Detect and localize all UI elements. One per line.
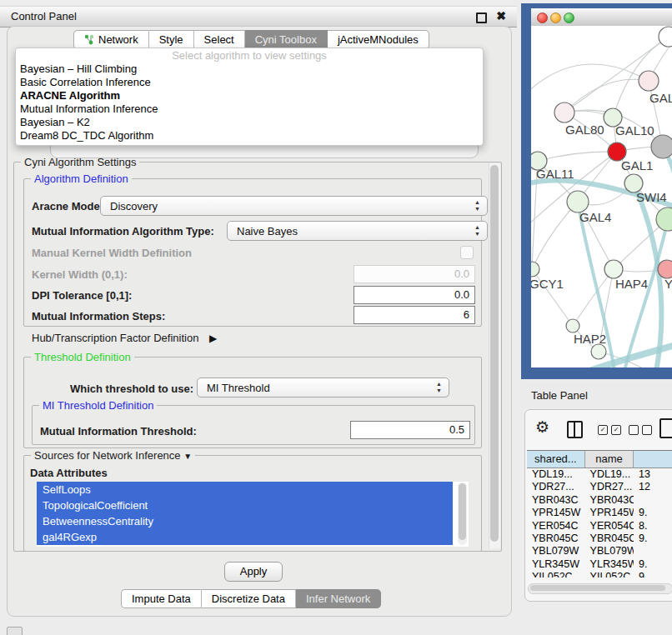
- bottom-tab-impute-data[interactable]: Impute Data: [121, 589, 202, 608]
- attributes-scrollbar[interactable]: [458, 482, 467, 545]
- table-row[interactable]: YBR043CYBR043C: [527, 494, 672, 507]
- mi-type-combo[interactable]: Naive Bayes ▲▼: [227, 221, 488, 241]
- table-row[interactable]: YBR045CYBR045C9.: [527, 532, 672, 545]
- table-hscrollbar-thumb[interactable]: [530, 585, 665, 591]
- stepper-arrows-icon: ▲▼: [436, 381, 442, 394]
- sources-legend[interactable]: Sources for Network Inference ▼: [31, 449, 195, 462]
- network-node-gal80[interactable]: [554, 102, 574, 122]
- control-panel-titlebar: Control Panel ✖: [0, 6, 517, 28]
- manual-kernel-checkbox[interactable]: [460, 246, 474, 259]
- apply-button[interactable]: Apply: [224, 562, 283, 582]
- gear-icon[interactable]: ⚙: [535, 418, 549, 436]
- split-columns-icon[interactable]: [567, 421, 583, 438]
- table-header-row[interactable]: shared...name: [527, 451, 672, 468]
- network-node[interactable]: [591, 344, 606, 359]
- network-window-titlebar[interactable]: [531, 8, 672, 27]
- algorithm-option-list: Bayesian – Hill ClimbingBasic Correlatio…: [16, 62, 483, 142]
- algorithm-option[interactable]: ARACNE Algorithm: [16, 89, 483, 102]
- table-cell: YDR27...: [527, 481, 585, 493]
- triangle-right-icon[interactable]: ▶: [209, 332, 217, 344]
- tab-network[interactable]: Network: [73, 30, 149, 49]
- attributes-scrollbar-thumb[interactable]: [459, 483, 466, 540]
- algorithm-option[interactable]: Mutual Information Inference: [16, 102, 483, 116]
- network-node-gal[interactable]: [639, 71, 659, 91]
- float-window-icon[interactable]: [476, 12, 487, 23]
- algorithm-option[interactable]: Bayesian – K2: [16, 116, 483, 129]
- table-row[interactable]: YDR27...YDR27...12: [527, 481, 672, 493]
- kernel-width-label: Kernel Width (0,1):: [32, 268, 128, 281]
- network-node-y[interactable]: [658, 260, 672, 278]
- network-canvas[interactable]: GALGAL80GAL10GAL1GAL11SWI4GAL4GCY1HAP4YH…: [531, 26, 672, 368]
- column-header[interactable]: shared...: [527, 451, 585, 468]
- table-row[interactable]: YBL079WYBL079W: [527, 545, 672, 558]
- manual-kernel-label: Manual Kernel Width Definition: [32, 247, 192, 259]
- table-cell: 9.: [634, 558, 672, 571]
- table-cell: YER054C: [527, 520, 585, 532]
- table-cell: YDL19...: [585, 468, 634, 481]
- hub-section-label: Hub/Transcription Factor Definition: [32, 332, 198, 344]
- dpi-tolerance-label: DPI Tolerance [0,1]:: [32, 289, 132, 302]
- network-node-hap4[interactable]: [604, 260, 623, 278]
- kernel-width-field[interactable]: 0.0: [354, 265, 475, 283]
- algorithm-option[interactable]: Basic Correlation Inference: [16, 76, 483, 89]
- network-node[interactable]: [651, 135, 672, 158]
- table-row[interactable]: YPR145WYPR145W9.: [527, 507, 672, 519]
- mi-steps-label: Mutual Information Steps:: [32, 310, 165, 322]
- tab-select[interactable]: Select: [194, 30, 245, 49]
- mi-threshold-field[interactable]: 0.5: [350, 421, 470, 439]
- table-cell: YPR145W: [585, 507, 634, 519]
- settings-scrollbar[interactable]: [489, 163, 500, 548]
- table-body[interactable]: YDL19...YDL19...13YDR27...YDR27...12YBR0…: [527, 468, 672, 578]
- zoom-traffic-light-icon[interactable]: [564, 12, 574, 23]
- table-hscrollbar[interactable]: [528, 583, 672, 594]
- tab-cyni-toolbox[interactable]: Cyni Toolbox: [245, 30, 328, 49]
- bottom-tab-infer-network[interactable]: Infer Network: [296, 589, 381, 608]
- attribute-item[interactable]: SelfLoops: [37, 482, 453, 498]
- panel-title: Control Panel: [11, 10, 77, 22]
- attribute-item[interactable]: BetweennessCentrality: [37, 513, 453, 529]
- column-header[interactable]: [634, 451, 672, 468]
- settings-scrollbar-thumb[interactable]: [490, 165, 499, 542]
- table-row[interactable]: YIL052CYIL052C9.: [527, 571, 672, 578]
- checked-boxes-icon[interactable]: ✓✓: [598, 425, 621, 435]
- network-node-gcy1[interactable]: [531, 262, 539, 277]
- close-icon[interactable]: ✖: [496, 9, 506, 22]
- algorithm-option[interactable]: Dream8 DC_TDC Algorithm: [16, 129, 483, 142]
- table-row[interactable]: YDL19...YDL19...13: [527, 468, 672, 481]
- triangle-down-icon[interactable]: ▼: [183, 452, 192, 461]
- data-attributes-list[interactable]: SelfLoopsTopologicalCoefficientBetweenne…: [37, 482, 469, 547]
- attribute-item[interactable]: gal4RGexp: [37, 529, 453, 545]
- bottom-tab-discretize-data[interactable]: Discretize Data: [202, 589, 296, 608]
- tab-label: Impute Data: [132, 592, 191, 605]
- network-node[interactable]: [659, 27, 672, 47]
- unchecked-boxes-icon[interactable]: [629, 425, 652, 435]
- network-graph[interactable]: GALGAL80GAL10GAL1GAL11SWI4GAL4GCY1HAP4YH…: [531, 26, 672, 368]
- page-icon[interactable]: [659, 418, 672, 438]
- column-header[interactable]: name: [585, 451, 634, 468]
- which-threshold-combo[interactable]: MI Threshold ▲▼: [197, 378, 449, 398]
- close-traffic-light-icon[interactable]: [537, 12, 548, 23]
- minimize-traffic-light-icon[interactable]: [550, 12, 561, 23]
- table-row[interactable]: YLR345WYLR345W9.: [527, 558, 672, 571]
- node-table[interactable]: shared...name YDL19...YDL19...13YDR27...…: [527, 450, 672, 578]
- tab-label: Infer Network: [306, 592, 370, 605]
- table-cell: YIL052C: [585, 571, 634, 578]
- tab-label: jActiveMNodules: [338, 33, 419, 46]
- hub-section[interactable]: Hub/Transcription Factor Definition ▶: [32, 332, 217, 344]
- stepper-arrows-icon: ▲▼: [474, 199, 480, 212]
- minimized-panel-icon[interactable]: [7, 627, 23, 635]
- tab-style[interactable]: Style: [149, 30, 194, 49]
- algorithm-option[interactable]: Bayesian – Hill Climbing: [16, 62, 483, 76]
- network-node-hap2[interactable]: [566, 319, 579, 332]
- dpi-tolerance-field[interactable]: 0.0: [354, 286, 475, 304]
- tab-jactivemnodules[interactable]: jActiveMNodules: [328, 30, 429, 49]
- table-cell: 13: [634, 468, 672, 481]
- network-edge: [532, 202, 578, 269]
- aracne-mode-combo[interactable]: Discovery ▲▼: [100, 196, 488, 216]
- table-row[interactable]: YER054CYER054C8.: [527, 520, 672, 532]
- attribute-item[interactable]: TopologicalCoefficient: [37, 498, 453, 513]
- mi-steps-field[interactable]: 6: [354, 306, 475, 324]
- table-cell: YLR345W: [527, 558, 585, 571]
- network-window[interactable]: GALGAL80GAL10GAL1GAL11SWI4GAL4GCY1HAP4YH…: [521, 3, 672, 379]
- table-cell: 9.: [634, 571, 672, 578]
